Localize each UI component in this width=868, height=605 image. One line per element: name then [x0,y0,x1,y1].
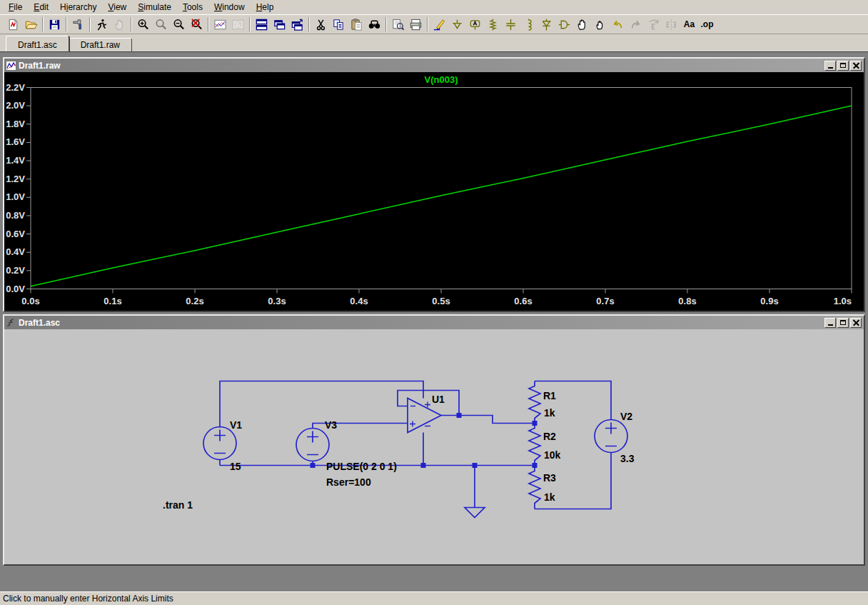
tran-directive[interactable]: .tran 1 [163,499,193,511]
r3-label[interactable]: R3 [543,472,556,484]
r3-resistor[interactable] [529,466,540,509]
y-tick-label: 1.6V [6,136,25,147]
redo-button [627,16,645,33]
v3-source[interactable] [296,429,329,461]
resistor-button[interactable] [484,16,502,33]
asc-close-button[interactable] [850,318,862,328]
paste-button[interactable] [348,16,365,33]
find-button[interactable] [365,16,383,33]
y-tick-label: 1.4V [6,155,25,166]
drag-button[interactable] [591,16,609,33]
r2-value[interactable]: 10k [544,449,561,461]
cascade-button[interactable] [271,16,288,33]
menu-window[interactable]: Window [208,1,251,14]
net-label-button[interactable] [466,16,484,33]
wire-button[interactable] [430,16,448,33]
component-button[interactable] [555,16,573,33]
cascade-icon [273,18,286,31]
open-button[interactable] [22,16,40,33]
schematic-window-titlebar[interactable]: Draft1.asc [4,316,864,329]
menu-tools[interactable]: Tools [177,1,208,14]
asc-maximize-button[interactable] [837,318,849,328]
zoom-in-icon [136,18,150,31]
diode-button[interactable] [538,16,555,33]
inductor-button[interactable] [520,16,538,33]
y-tick-label: 0.2V [6,265,25,276]
autorange-y-button[interactable] [211,16,229,33]
menu-help[interactable]: Help [251,1,280,14]
tab-draft1-raw[interactable]: Draft1.raw [69,38,132,51]
zoom-in-button[interactable] [134,16,152,33]
new-schematic-button[interactable] [4,16,22,33]
wire-icon [433,18,446,31]
text-tool-button[interactable]: Aa [680,16,698,33]
cascade-windows-button[interactable] [288,16,306,33]
close-icon [853,62,859,69]
x-tick-label: 0.7s [596,296,614,306]
r1-value[interactable]: 1k [544,407,555,419]
zoom-out-button[interactable] [170,16,188,33]
run-icon [95,18,108,31]
toolbar-separator [427,17,428,31]
plot-settings-icon [231,18,245,31]
waveform-plot[interactable]: 0.0V0.2V0.4V0.6V0.8V1.0V1.2V1.4V1.6V1.8V… [4,72,864,311]
v2-value[interactable]: 3.3 [620,453,635,464]
v2-source[interactable] [595,420,627,453]
v1-source[interactable] [203,427,236,460]
asc-minimize-button[interactable] [824,318,836,328]
u1-label[interactable]: U1 [432,394,445,405]
schematic-window-title: Draft1.asc [19,319,60,327]
copy-button[interactable] [330,16,348,33]
r2-label[interactable]: R2 [543,431,556,442]
v3-label[interactable]: V3 [325,419,337,431]
tile-horizontal-button[interactable] [253,16,271,33]
raw-maximize-button[interactable] [837,61,849,71]
r1-label[interactable]: R1 [543,390,556,401]
x-tick-label: 0.0s [21,296,39,306]
trace-legend[interactable]: V(n003) [425,74,458,85]
menu-edit[interactable]: Edit [28,1,54,14]
schematic-labels: V1 15 V3 PULSE(0 2 0 1) Rser=100 U1 R1 1… [163,390,635,511]
x-tick-label: 0.5s [432,296,450,306]
schematic-canvas-area: V1 15 V3 PULSE(0 2 0 1) Rser=100 U1 R1 1… [4,329,864,564]
x-tick-label: 0.2s [186,296,203,306]
capacitor-icon [504,18,518,31]
toolbar: Aa.op [0,15,868,34]
menu-view[interactable]: View [102,1,132,14]
raw-minimize-button[interactable] [824,61,836,71]
run-button[interactable] [93,16,111,33]
toolbar-separator [308,17,310,31]
menu-file[interactable]: File [3,1,28,14]
save-button[interactable] [46,16,64,33]
v3-rser-value[interactable]: Rser=100 [326,476,371,488]
r2-resistor[interactable] [529,424,540,466]
rotate-button [645,16,662,33]
r3-value[interactable]: 1k [544,491,555,503]
undo-button[interactable] [609,16,627,33]
component-icon [557,18,571,31]
v3-value[interactable]: PULSE(0 2 0 1) [326,461,397,472]
control-panel-button[interactable] [69,16,87,33]
move-button[interactable] [573,16,591,33]
ground-symbol[interactable] [465,508,485,518]
y-tick-label: 0.4V [6,246,25,257]
schematic-canvas[interactable]: V1 15 V3 PULSE(0 2 0 1) Rser=100 U1 R1 1… [4,329,864,564]
status-bar[interactable]: Click to manually enter Horizontal Axis … [0,591,868,605]
ground-button[interactable] [448,16,466,33]
toolbar-separator [131,17,132,31]
menu-simulate[interactable]: Simulate [132,1,177,14]
spice-directive-button[interactable]: .op [698,16,716,33]
waveform-window-titlebar[interactable]: Draft1.raw [4,59,864,72]
print-button[interactable] [407,16,425,33]
menu-hierarchy[interactable]: Hierarchy [54,1,102,14]
cut-button[interactable] [312,16,330,33]
v2-label[interactable]: V2 [620,411,632,422]
v1-label[interactable]: V1 [230,419,242,431]
capacitor-button[interactable] [502,16,520,33]
raw-close-button[interactable] [850,61,862,71]
print-preview-button[interactable] [389,16,407,33]
zoom-full-button[interactable] [188,16,206,33]
r1-resistor[interactable] [529,381,540,424]
tab-draft1-asc[interactable]: Draft1.asc [6,36,69,51]
v1-value[interactable]: 15 [230,461,241,472]
